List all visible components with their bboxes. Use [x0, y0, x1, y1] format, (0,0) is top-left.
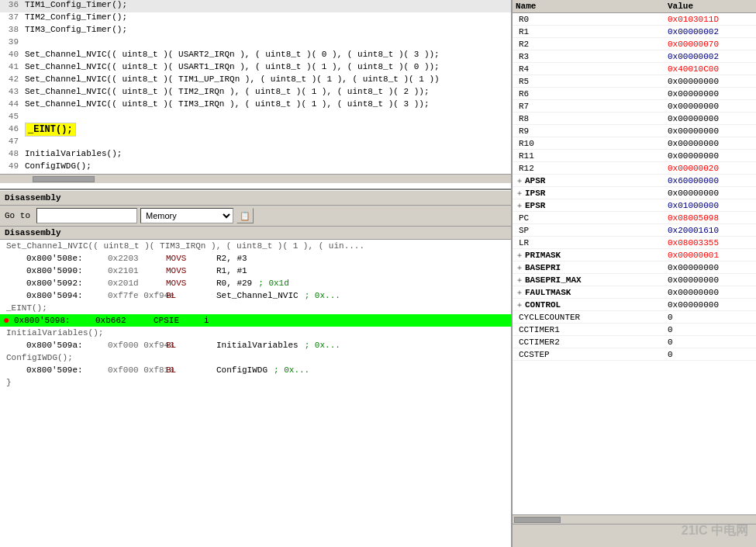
- register-name: ＋CONTROL: [516, 299, 668, 310]
- expand-icon[interactable]: ＋: [516, 202, 523, 210]
- register-name: R4: [516, 64, 668, 74]
- register-row[interactable]: R30x00000002: [513, 50, 756, 63]
- expand-icon[interactable]: ＋: [516, 301, 523, 310]
- expand-icon[interactable]: ＋: [516, 177, 523, 185]
- register-row[interactable]: R10x00000002: [513, 26, 756, 38]
- register-row[interactable]: R40x40010C00: [513, 63, 756, 75]
- line-number: 40: [3, 50, 25, 59]
- disasm-row[interactable]: 0x800'5092:0x201dMOVSR0, #29; 0x1d: [0, 277, 511, 289]
- register-value: 0x00000002: [668, 52, 753, 61]
- register-row[interactable]: ＋FAULTMASK0x00000000: [513, 286, 756, 299]
- expand-icon[interactable]: ＋: [516, 276, 523, 285]
- instr-operand: R1, #1: [216, 266, 247, 275]
- disasm-row[interactable]: ●0x800'5098:0xb662CPSIEi: [0, 314, 511, 327]
- line-number: 49: [3, 161, 25, 171]
- register-value: 0x00000000: [668, 114, 753, 123]
- line-content: Set_Channel_NVIC(( uint8_t )( USART1_IRQ…: [25, 62, 440, 71]
- register-value: 0x08005098: [668, 213, 753, 223]
- line-content: Set_Channel_NVIC(( uint8_t )( TIM1_UP_IR…: [25, 74, 440, 84]
- disasm-row[interactable]: 0x800'5094:0xf7fe 0xf94eBLSet_Channel_NV…: [0, 289, 511, 302]
- instr-operand: i: [204, 316, 209, 325]
- register-row[interactable]: R20x00000070: [513, 38, 756, 50]
- instr-addr: 0x800'5098:: [14, 316, 95, 325]
- register-value: 0x40010C00: [668, 64, 753, 74]
- disasm-rows: Set_Channel_NVIC(( uint8_t )( TIM3_IRQn …: [0, 240, 511, 389]
- register-row[interactable]: R80x00000000: [513, 113, 756, 125]
- copy-button[interactable]: 📋: [236, 208, 254, 223]
- line-number: 44: [3, 99, 25, 109]
- register-name: ＋IPSR: [516, 188, 668, 199]
- disasm-row[interactable]: 0x800'509a:0xf000 0xf943BLInitialVariabl…: [0, 339, 511, 351]
- register-value: 0x00000001: [668, 251, 753, 260]
- register-row[interactable]: R100x00000000: [513, 137, 756, 150]
- register-row[interactable]: LR0x08003355: [513, 237, 756, 249]
- register-value: 0x00000000: [668, 139, 753, 148]
- register-value: 0: [668, 313, 753, 322]
- register-row[interactable]: CCTIMER10: [513, 324, 756, 336]
- disasm-section-title: Disassembly: [5, 193, 61, 203]
- expand-icon[interactable]: ＋: [516, 251, 523, 260]
- register-name: R11: [516, 151, 668, 161]
- register-row[interactable]: ＋BASEPRI_MAX0x00000000: [513, 274, 756, 286]
- line-content: TIM3_Config_Timer();: [25, 25, 127, 34]
- register-value: 0x20001610: [668, 226, 753, 235]
- register-row[interactable]: ＋IPSR0x00000000: [513, 187, 756, 199]
- code-scrollbar-thumb[interactable]: [33, 176, 95, 182]
- register-row[interactable]: CCTIMER20: [513, 336, 756, 348]
- expand-icon[interactable]: ＋: [516, 264, 523, 272]
- instr-operand: R2, #3: [216, 254, 247, 263]
- register-row[interactable]: SP0x20001610: [513, 224, 756, 237]
- instr-mnemonic: BL: [166, 291, 216, 300]
- expand-icon[interactable]: ＋: [516, 289, 523, 297]
- register-row[interactable]: R50x00000000: [513, 75, 756, 88]
- expand-icon[interactable]: ＋: [516, 189, 523, 198]
- register-name: R5: [516, 77, 668, 86]
- disasm-row[interactable]: 0x800'509e:0xf000 0xf810BLConfigIWDG; 0x…: [0, 364, 511, 376]
- watermark: 21IC 中电网: [682, 523, 748, 539]
- line-content: _EINT();: [25, 124, 76, 135]
- line-content: ConfigIWDG();: [25, 161, 91, 171]
- disasm-row[interactable]: 0x800'508e:0x2203MOVSR2, #3: [0, 252, 511, 265]
- reg-header: Name Value: [513, 0, 756, 13]
- goto-input[interactable]: [36, 208, 137, 223]
- register-row[interactable]: ＋PRIMASK0x00000001: [513, 249, 756, 261]
- code-line: 39: [0, 37, 511, 50]
- line-number: 36: [3, 0, 25, 9]
- instr-addr: 0x800'509e:: [26, 365, 108, 375]
- reg-col-value-header: Value: [668, 2, 753, 11]
- code-scrollbar-h[interactable]: [0, 174, 511, 183]
- register-row[interactable]: ＋EPSR0x01000000: [513, 199, 756, 212]
- register-row[interactable]: R70x00000000: [513, 100, 756, 113]
- register-row[interactable]: ＋BASEPRI0x00000000: [513, 261, 756, 274]
- register-row[interactable]: ＋CONTROL0x00000000: [513, 299, 756, 311]
- disasm-title: Disassembly: [0, 227, 511, 240]
- register-name: SP: [516, 226, 668, 235]
- register-row[interactable]: R110x00000000: [513, 150, 756, 162]
- register-row[interactable]: ＋APSR0x60000000: [513, 175, 756, 187]
- register-row[interactable]: PC0x08005098: [513, 212, 756, 224]
- disasm-row[interactable]: InitialVariables();: [0, 327, 511, 339]
- register-row[interactable]: R120x00000020: [513, 162, 756, 175]
- register-row[interactable]: CCSTEP0: [513, 348, 756, 361]
- memory-select[interactable]: MemorySource: [140, 208, 233, 223]
- left-panel: 36TIM1_Config_Timer();37TIM2_Config_Time…: [0, 0, 512, 547]
- breakpoint-dot: ●: [3, 314, 14, 327]
- disasm-row[interactable]: ConfigIWDG();: [0, 351, 511, 364]
- register-row[interactable]: R00x0103011D: [513, 13, 756, 26]
- disasm-row[interactable]: 0x800'5090:0x2101MOVSR1, #1: [0, 265, 511, 277]
- disasm-row[interactable]: Set_Channel_NVIC(( uint8_t )( TIM3_IRQn …: [0, 240, 511, 252]
- register-value: 0x00000000: [668, 126, 753, 136]
- code-line: 40Set_Channel_NVIC(( uint8_t )( USART2_I…: [0, 50, 511, 62]
- register-row[interactable]: R90x00000000: [513, 125, 756, 137]
- code-line: 42Set_Channel_NVIC(( uint8_t )( TIM1_UP_…: [0, 74, 511, 87]
- disasm-row[interactable]: }: [0, 376, 511, 389]
- line-number: 48: [3, 149, 25, 158]
- disasm-row[interactable]: _EINT();: [0, 302, 511, 314]
- register-row[interactable]: R60x00000000: [513, 88, 756, 100]
- line-number: 47: [3, 137, 25, 146]
- reg-scrollbar-thumb[interactable]: [514, 517, 561, 523]
- goto-label: Go to: [5, 211, 30, 220]
- register-row[interactable]: CYCLECOUNTER0: [513, 311, 756, 324]
- instr-operand: R0, #29: [216, 279, 252, 288]
- instr-addr: 0x800'509a:: [26, 341, 108, 350]
